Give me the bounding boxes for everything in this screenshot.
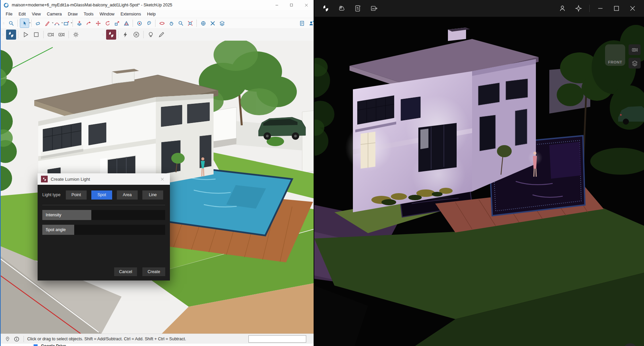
start-livesync-button[interactable] — [20, 30, 31, 40]
lumion-home-button[interactable] — [319, 2, 332, 15]
menu-view[interactable]: View — [29, 10, 44, 18]
push-pull-button[interactable] — [75, 19, 84, 28]
scale-button[interactable] — [112, 19, 121, 28]
lumion-livesync-button[interactable] — [6, 30, 16, 40]
eraser-button[interactable] — [34, 19, 42, 28]
toolbar-separator — [155, 19, 155, 27]
light-paint-button[interactable] — [156, 30, 167, 40]
minimize-button[interactable] — [269, 0, 284, 10]
model-view-button[interactable] — [629, 58, 641, 69]
offset-button[interactable] — [122, 19, 131, 28]
unsync-camera-icon — [58, 31, 65, 38]
dialog-close-button[interactable] — [158, 175, 167, 183]
rectangle-tool-icon — [63, 20, 69, 26]
minimize-window-button[interactable] — [594, 2, 607, 15]
menu-window[interactable]: Window — [96, 10, 117, 18]
line-tool-button[interactable] — [43, 19, 52, 28]
create-button[interactable]: Create — [142, 267, 165, 276]
lumion-viewport[interactable]: FRONT ? — [314, 17, 644, 346]
orbit-icon — [159, 20, 165, 26]
create-light-button[interactable] — [146, 30, 156, 40]
lumion-light-icon — [108, 31, 114, 38]
move-button[interactable] — [94, 19, 102, 28]
orbit-button[interactable] — [157, 19, 166, 28]
view-cube[interactable]: FRONT — [605, 44, 625, 66]
zoom-extents-icon — [187, 20, 193, 26]
stop-livesync-button[interactable] — [31, 30, 41, 40]
menu-draw[interactable]: Draw — [65, 10, 81, 18]
photo-settings-button[interactable] — [351, 2, 365, 15]
unsync-camera-button[interactable] — [56, 30, 66, 40]
toolbar-separator — [17, 19, 18, 27]
zoom-button[interactable] — [176, 19, 185, 28]
menu-tools[interactable]: Tools — [81, 10, 96, 18]
close-window-button[interactable] — [626, 2, 639, 15]
menu-extensions[interactable]: Extensions — [118, 10, 144, 18]
livesync-settings-button[interactable] — [71, 30, 81, 40]
measurements-input[interactable] — [248, 335, 306, 343]
light-type-options: PointSpotAreaLine — [66, 190, 168, 200]
light-type-area-button[interactable]: Area — [117, 190, 138, 200]
add-location-button[interactable] — [199, 19, 208, 28]
maximize-window-button[interactable] — [610, 2, 623, 15]
info-icon[interactable] — [14, 336, 19, 342]
geolocation-icon[interactable] — [5, 336, 10, 342]
position-camera-button[interactable] — [135, 19, 144, 28]
pan-icon — [169, 20, 174, 26]
sync-camera-button[interactable] — [46, 30, 56, 40]
export-image-button[interactable] — [367, 2, 381, 15]
lumion-light-button[interactable] — [106, 30, 116, 40]
menu-file[interactable]: File — [3, 10, 15, 18]
toolbar-separator — [18, 31, 18, 38]
follow-me-button[interactable] — [84, 19, 93, 28]
styles-button[interactable] — [208, 19, 217, 28]
arc-tool-button[interactable] — [52, 19, 61, 28]
dialog-separator — [42, 205, 165, 205]
zoom-window-button[interactable] — [7, 19, 15, 28]
close-window-icon — [629, 5, 636, 12]
create-light-icon — [147, 31, 154, 38]
flash-light-button[interactable] — [121, 30, 131, 40]
menu-help[interactable]: Help — [144, 10, 159, 18]
light-type-spot-button[interactable]: Spot — [91, 190, 112, 200]
camera-sync-toggle-button[interactable] — [629, 44, 641, 55]
zoom-extents-button[interactable] — [186, 19, 194, 28]
rotate-button[interactable] — [103, 19, 112, 28]
lumion-livesync-icon — [8, 31, 14, 38]
menu-edit[interactable]: Edit — [15, 10, 29, 18]
instructor-button[interactable] — [297, 19, 306, 28]
lumion-toolbars — [1, 28, 314, 41]
lumion-light-toolbar — [101, 30, 167, 40]
maximize-window-icon — [613, 5, 620, 12]
scale-icon — [114, 20, 120, 26]
paint-bucket-button[interactable] — [144, 19, 153, 28]
account-button[interactable] — [556, 2, 569, 15]
tags-button[interactable] — [218, 19, 226, 28]
menu-camera[interactable]: Camera — [44, 10, 65, 18]
close-button[interactable] — [299, 0, 314, 10]
view-cube-label: FRONT — [605, 60, 625, 64]
stop-livesync-icon — [33, 31, 40, 38]
weather-button[interactable] — [335, 2, 349, 15]
whats-new-button[interactable] — [572, 2, 585, 15]
minimize-window-icon — [597, 5, 604, 12]
cancel-button[interactable]: Cancel — [114, 267, 137, 276]
dialog-body: Light type PointSpotAreaLine IntensitySp… — [38, 185, 170, 280]
pan-button[interactable] — [167, 19, 176, 28]
dialog-titlebar[interactable]: Create Lumion Light — [38, 173, 170, 185]
rectangle-tool-button[interactable] — [62, 19, 71, 28]
intensity-slider[interactable]: Intensity — [42, 210, 165, 220]
status-bar: Click or drag to select objects. Shift =… — [1, 334, 314, 344]
light-type-line-button[interactable]: Line — [142, 190, 163, 200]
move-icon — [95, 20, 101, 26]
weather-icon — [338, 5, 346, 12]
slider-label: Spot angle — [46, 225, 66, 235]
lumion-topbar-right — [554, 2, 641, 15]
dialog-buttons: Cancel Create — [114, 267, 165, 276]
dialog-title: Create Lumion Light — [51, 177, 90, 182]
delete-light-button[interactable] — [131, 30, 141, 40]
light-type-point-button[interactable]: Point — [66, 190, 87, 200]
maximize-button[interactable] — [284, 0, 299, 10]
spot-angle-slider[interactable]: Spot angle — [42, 225, 165, 235]
select-button[interactable] — [20, 18, 29, 28]
